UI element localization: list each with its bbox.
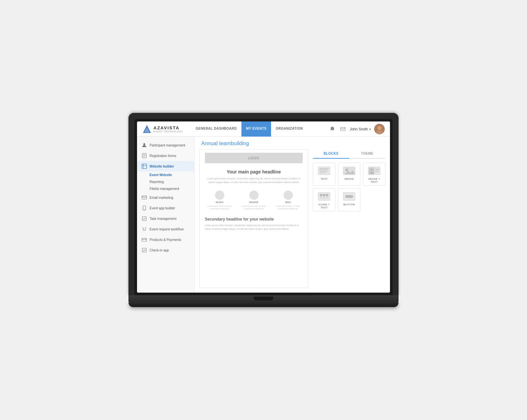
nav-my-events[interactable]: MY EVENTS	[241, 121, 271, 137]
sidebar-label: Event request workflow	[150, 227, 183, 231]
sidebar-item-participant-management[interactable]: Participant management	[137, 140, 194, 150]
payment-icon	[142, 237, 147, 242]
preview-when-item: WHEN Lorem ipsum dolor sit amet, consect…	[207, 191, 233, 210]
workflow-icon	[142, 226, 147, 232]
sidebar-item-registration-forms[interactable]: Registration forms	[137, 150, 194, 161]
message-icon[interactable]	[339, 125, 347, 133]
svg-rect-18	[142, 238, 147, 241]
nav-general-dashboard[interactable]: GENERAL DASHBOARD	[191, 121, 241, 137]
sidebar-item-check-in-app[interactable]: Check-in app	[137, 245, 194, 255]
svg-point-31	[371, 169, 373, 171]
block-item-image-text[interactable]: IMAGE + TEXT	[363, 163, 385, 186]
when-label: WHEN	[216, 201, 223, 203]
blocks-grid-row2: ICONS + TEXT	[313, 188, 385, 211]
sidebar-label: Website builder	[150, 165, 174, 168]
user-avatar[interactable]	[374, 124, 385, 134]
svg-rect-17	[142, 217, 146, 221]
form-icon	[142, 153, 147, 158]
tab-theme[interactable]: THEME	[349, 149, 385, 158]
sidebar-label: Check-in app	[150, 249, 169, 252]
sidebar-item-event-app-builder[interactable]: Event app builder	[137, 203, 194, 213]
svg-point-37	[320, 194, 322, 197]
svg-rect-42	[326, 197, 328, 198]
user-dropdown-chevron	[369, 127, 371, 131]
sidebar-sub-event-website[interactable]: Event Website	[150, 171, 194, 178]
preview-hero: Your main page headline Lorem ipsum dolo…	[200, 163, 308, 187]
when-text: Lorem ipsum dolor sit amet, consectetur …	[207, 205, 233, 210]
where-text: Lorem ipsum dolor sit amet, consectetur …	[241, 205, 267, 210]
icons-text-block-label: ICONS + TEXT	[315, 203, 334, 209]
preview-secondary-headline: Secondary headline for your website	[205, 217, 303, 222]
svg-point-38	[323, 194, 325, 197]
svg-rect-2	[341, 127, 345, 131]
person-icon	[142, 143, 147, 148]
where-icon-circle	[249, 191, 259, 200]
sidebar-item-products-payments[interactable]: Products & Payments	[137, 234, 194, 245]
app-icon	[142, 205, 147, 211]
sidebar-item-task-management[interactable]: Task management	[137, 213, 194, 224]
svg-rect-15	[143, 206, 146, 210]
image-block-label: IMAGE	[345, 177, 354, 180]
sidebar-item-email-marketing[interactable]: Email marketing	[137, 192, 194, 203]
top-nav: AZAVISTA EVENT TECHNOLOGY GENERAL DASHBO…	[137, 121, 390, 137]
blocks-grid-row1: TEXT	[313, 163, 385, 186]
sidebar-sub-reporting[interactable]: Reporting	[150, 178, 194, 185]
block-item-button[interactable]: BUTTON	[338, 188, 360, 211]
who-icon-circle	[284, 191, 293, 200]
sidebar-label: Participant management	[150, 144, 185, 147]
block-item-icons-text[interactable]: ICONS + TEXT	[313, 188, 335, 211]
screen-bezel: AZAVISTA EVENT TECHNOLOGY GENERAL DASHBO…	[134, 119, 393, 295]
content-split: LOGO Your main page headline Lorem ipsum…	[195, 149, 390, 293]
button-block-label: BUTTON	[344, 203, 355, 206]
sidebar-label: Email marketing	[150, 196, 173, 199]
user-name-display[interactable]: John Smith	[350, 127, 371, 131]
laptop-foot	[128, 302, 399, 307]
image-text-block-icon	[367, 166, 381, 176]
svg-rect-25	[319, 172, 326, 173]
text-block-label: TEXT	[320, 177, 328, 180]
who-label: WHO	[285, 201, 291, 203]
nav-right: John Smith	[329, 124, 385, 134]
preview-panel[interactable]: LOGO Your main page headline Lorem ipsum…	[199, 149, 308, 288]
sidebar-item-event-request-workflow[interactable]: Event request workflow	[137, 224, 194, 234]
svg-rect-14	[142, 196, 147, 199]
notification-icon[interactable]	[329, 125, 336, 133]
screen: AZAVISTA EVENT TECHNOLOGY GENERAL DASHBO…	[137, 121, 390, 293]
nav-organization[interactable]: ORGANIZATION	[271, 121, 307, 137]
sidebar-label: Registration forms	[150, 154, 176, 158]
logo-area: AZAVISTA EVENT TECHNOLOGY	[142, 124, 183, 134]
brand-sub: EVENT TECHNOLOGY	[153, 130, 183, 133]
empty-slot	[363, 188, 385, 211]
svg-rect-11	[142, 164, 147, 169]
svg-point-4	[377, 126, 381, 130]
block-item-image[interactable]: IMAGE	[338, 163, 360, 186]
svg-point-6	[143, 143, 145, 145]
svg-rect-21	[318, 167, 330, 175]
svg-rect-33	[375, 169, 379, 170]
laptop-frame: AZAVISTA EVENT TECHNOLOGY GENERAL DASHBO…	[128, 113, 399, 307]
preview-hero-text: Lorem ipsum dolor sit amet, consectetur …	[205, 177, 303, 184]
sidebar-sub-filelds-management[interactable]: Filelds management	[150, 185, 194, 192]
svg-rect-35	[375, 171, 379, 172]
checkin-icon	[142, 248, 147, 253]
preview-headline: Your main page headline	[205, 169, 303, 174]
sidebar: Participant management Registration form…	[137, 137, 195, 293]
main-content: Participant management Registration form…	[137, 137, 390, 293]
laptop-lid: AZAVISTA EVENT TECHNOLOGY GENERAL DASHBO…	[128, 113, 399, 295]
button-block-icon	[342, 191, 356, 202]
tab-blocks[interactable]: BLOCKS	[313, 149, 349, 159]
svg-rect-40	[320, 197, 322, 198]
block-item-text[interactable]: TEXT	[313, 163, 335, 186]
laptop-base	[128, 295, 399, 302]
preview-secondary-text: Lorem ipsum dolor sit amet, consectetur …	[205, 224, 303, 231]
blocks-panel: BLOCKS THEME	[313, 149, 385, 288]
logo-icon	[142, 124, 152, 134]
when-icon-circle	[215, 191, 224, 200]
svg-rect-41	[323, 197, 325, 198]
text-block-icon	[317, 166, 331, 176]
task-icon	[142, 216, 147, 221]
where-label: WHERE	[249, 201, 259, 203]
chart-icon	[142, 164, 147, 169]
sidebar-item-website-builder[interactable]: Website builder	[137, 161, 194, 171]
svg-rect-20	[142, 248, 146, 252]
